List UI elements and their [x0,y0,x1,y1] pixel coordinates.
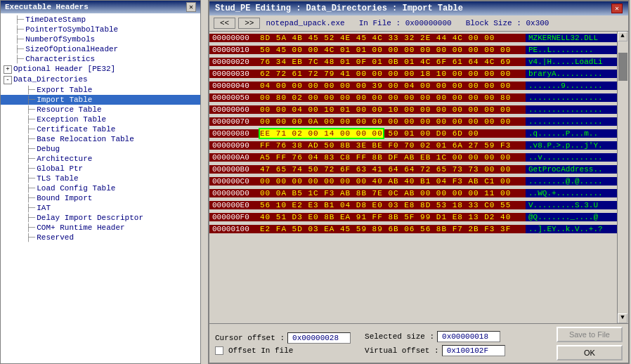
tree-item-numberofsymbols[interactable]: ├─NumberOfSymbols [1,34,200,44]
hex-row[interactable]: 000000008D 5A 4B 45 52 4E 45 4C 33 32 2E… [209,32,617,44]
hex-row[interactable]: 000000A0A5 FF 76 04 83 C8 FF 8B DF AB EB… [209,151,617,163]
tree-item-global_ptr[interactable]: ├─Global Ptr [1,164,200,174]
save-to-file-button[interactable]: Save to File [557,327,623,342]
hex-row[interactable]: 0000003062 72 61 72 79 41 00 00 00 00 18… [209,67,617,79]
hex-row[interactable]: 0000006000 00 04 00 10 01 00 00 10 00 00… [209,103,617,115]
scroll-up[interactable]: ▲ [618,32,627,41]
hex-ascii: ..v............. [526,153,617,162]
tree-item-export_table[interactable]: ├─Export Table [1,85,200,95]
hex-row[interactable]: 000000D000 0A B5 1C F3 AB 8B 7E 0C AB 00… [209,187,617,199]
tree-item-label: IAT [37,204,51,212]
hex-address: 00000090 [209,141,257,150]
tree-item-pointertosymboltable[interactable]: ├─PointerToSymbolTable [1,25,200,34]
hex-ascii: v4.|H.....LoadLi [526,58,617,66]
tree-item-exception_table[interactable]: ├─Exception Table [1,115,200,124]
hex-bytes[interactable]: 00 00 00 00 00 00 00 40 AB 40 B1 04 F3 A… [257,177,526,186]
hex-bytes[interactable]: 00 00 00 0A 00 00 00 00 00 00 00 00 00 0… [257,117,526,126]
hex-row[interactable]: 0000002076 34 EB 7C 48 01 0F 01 0B 01 4C… [209,56,617,67]
tree-item-com_runtime_header[interactable]: ├─COM+ Runtime Header [1,223,200,233]
hex-bytes[interactable]: 00 00 04 00 10 01 00 00 10 00 00 00 00 0… [257,105,526,114]
tree-line: ├─ [26,135,35,143]
tree-item-load_config_table[interactable]: ├─Load Config Table [1,183,200,193]
hex-ascii: .......9........ [526,82,617,90]
hex-address: 000000D0 [209,189,257,197]
hex-row[interactable]: 0000004004 00 00 00 00 00 00 39 00 04 00… [209,79,617,91]
hex-bytes[interactable]: EE 71 02 00 14 00 00 00 50 01 00 D0 6D 0… [257,129,526,138]
hex-bytes[interactable]: A5 FF 76 04 83 C8 FF 8B DF AB EB 1C 00 0… [257,153,526,162]
tree-expander[interactable]: - [4,76,12,84]
ok-button[interactable]: OK [557,345,623,360]
hex-row[interactable]: 00000100E2 FA 5D 03 EA 45 59 89 6B 06 56… [209,223,617,235]
hex-bytes[interactable]: 40 51 D3 E0 8B EA 91 FF 8B 5F 99 D1 E8 1… [257,213,526,221]
hex-bytes[interactable]: E2 FA 5D 03 EA 45 59 89 6B 06 56 8B F7 2… [257,225,526,233]
tree-item-iat[interactable]: ├─IAT [1,203,200,213]
hex-row[interactable]: 000000C000 00 00 00 00 00 00 40 AB 40 B1… [209,175,617,187]
hex-bytes[interactable]: 62 72 61 72 79 41 00 00 00 00 18 10 00 0… [257,70,526,78]
tree-item-base_relocation_table[interactable]: ├─Base Relocation Table [1,134,200,144]
tree-item-bound_import[interactable]: ├─Bound Import [1,193,200,203]
hex-address: 00000020 [209,58,257,66]
scrollbar-thumb[interactable] [618,53,627,81]
hex-bytes[interactable]: 00 80 02 00 00 00 00 00 00 00 00 00 00 0… [257,93,526,102]
hex-bytes[interactable]: 04 00 00 00 00 00 00 39 00 04 00 00 00 0… [257,82,526,90]
tree-item-debug[interactable]: ├─Debug [1,144,200,154]
offset-checkbox[interactable] [215,346,223,355]
hex-content[interactable]: 000000008D 5A 4B 45 52 4E 45 4C 33 32 2E… [209,32,617,323]
hex-bytes[interactable]: 76 34 EB 7C 48 01 0F 01 0B 01 4C 6F 61 6… [257,58,526,66]
tree-item-certificate_table[interactable]: ├─Certificate Table [1,124,200,134]
tree-item-characteristics[interactable]: ├─Characteristics [1,54,200,64]
tree-item-import_table[interactable]: ├─Import Table [1,95,200,105]
close-button[interactable]: ✕ [611,4,623,13]
tree-item-architecture[interactable]: ├─Architecture [1,154,200,164]
tree-item-reserved[interactable]: ├─Reserved [1,233,200,242]
hex-row[interactable]: 00000090FF 76 38 AD 50 8B 3E BE F0 70 02… [209,139,617,151]
tree-item-timedatestamp[interactable]: ├─TimeDateStamp [1,15,200,25]
next-button[interactable]: >> [238,18,260,29]
hex-bytes[interactable]: 00 0A B5 1C F3 AB 8B 7E 0C AB 00 00 00 0… [257,189,526,197]
scrollbar[interactable]: ▲ ▼ [617,32,628,323]
tree-item-delay_import_descriptor[interactable]: ├─Delay Import Descriptor [1,213,200,223]
hex-row[interactable]: 000000B047 65 74 50 72 6F 63 41 64 64 72… [209,163,617,175]
tree-item-data_directories[interactable]: -Data_Directories [1,74,200,85]
hex-address: 000000C0 [209,177,257,186]
hex-row[interactable]: 0000005000 80 02 00 00 00 00 00 00 00 00… [209,91,617,103]
prev-button[interactable]: << [214,18,235,29]
hex-bytes[interactable]: FF 76 38 AD 50 8B 3E BE F0 70 02 01 6A 2… [257,141,526,150]
tree-line: ├─ [26,214,35,222]
tree-line: ├─ [26,164,35,173]
hex-bytes[interactable]: 47 65 74 50 72 6F 63 41 64 64 72 65 73 7… [257,165,526,174]
offset-in-file-label: Offset In file [228,346,293,355]
tree-line: ├─ [26,204,35,212]
hex-address: 00000070 [209,117,257,126]
selected-size-label: Selected size : [365,332,434,341]
tree-item-resource_table[interactable]: ├─Resource Table [1,105,200,115]
tree-item-label: Export Table [37,86,92,94]
tree-item-label: Load Config Table [37,184,115,193]
hex-ascii: V.........S.3.U [526,201,617,209]
tree-line: ├─ [26,155,35,163]
tree-item-label: COM+ Runtime Header [37,223,124,232]
hex-bytes[interactable]: 50 45 00 00 4C 01 01 00 00 00 00 00 00 0… [257,46,526,54]
right-panel: Stud_PE Editing : Data_Directories : Imp… [208,0,630,364]
hex-row[interactable]: 000000E056 10 E2 E3 B1 04 D8 E0 03 E8 8D… [209,199,617,211]
hex-row[interactable]: 0000007000 00 00 0A 00 00 00 00 00 00 00… [209,115,617,127]
virtual-offset-label: Virtual offset : [365,346,439,355]
tree-expander[interactable]: + [4,65,12,74]
hex-row[interactable]: 0000001050 45 00 00 4C 01 01 00 00 00 00… [209,44,617,56]
hex-bytes[interactable]: 56 10 E2 E3 B1 04 D8 E0 03 E8 8D 53 18 3… [257,201,526,209]
virtual-offset-row: Virtual offset : 0x100102F [365,345,505,356]
tree-line: ├─ [26,86,35,94]
tree-item-optionalheader[interactable]: +Optional Header [PE32] [1,64,200,74]
tree-item-tls_table[interactable]: ├─TLS Table [1,174,200,183]
offset-file-row: Offset In file [215,346,351,355]
toolbar: << >> notepad_upack.exe In File : 0x0000… [209,15,628,32]
hex-row[interactable]: 000000F040 51 D3 E0 8B EA 91 FF 8B 5F 99… [209,211,617,223]
right-panel-header: Stud_PE Editing : Data_Directories : Imp… [209,1,628,15]
tree-item-label: Debug [37,145,60,153]
hex-row[interactable]: 00000080EE 71 02 00 14 00 00 00 50 01 00… [209,127,617,139]
panel-close-button[interactable]: ✕ [186,2,196,12]
scroll-down[interactable]: ▼ [618,313,627,323]
tree-item-sizeofoptionalheader[interactable]: ├─SizeOfOptionalHeader [1,44,200,54]
tree-item-label: Global Ptr [37,164,83,173]
hex-bytes[interactable]: 8D 5A 4B 45 52 4E 45 4C 33 32 2E 44 4C 0… [257,34,526,42]
